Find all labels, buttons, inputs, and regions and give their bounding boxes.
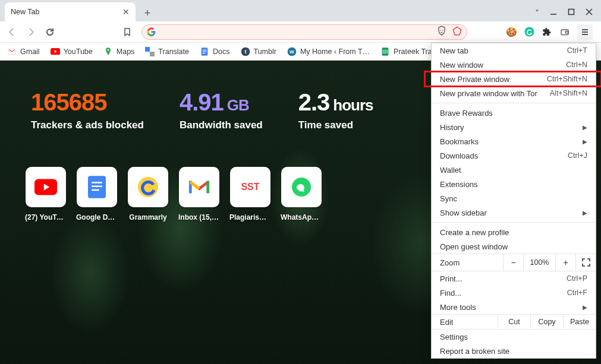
paste-button[interactable]: Paste [563, 315, 596, 329]
bookmark-tumblr[interactable]: tTumblr [241, 47, 276, 56]
close-tab-icon[interactable]: ✕ [122, 7, 130, 17]
tile-whatsapp[interactable]: WhatsApp … [281, 167, 322, 221]
bookmark-label: My Home ‹ From T… [300, 48, 370, 56]
tab-title: New Tab [11, 8, 39, 16]
menu-item[interactable]: Settings [432, 330, 596, 344]
svg-rect-36 [206, 181, 209, 194]
bookmark-wp[interactable]: WMy Home ‹ From T… [287, 47, 370, 56]
zoom-value: 100% [523, 254, 555, 271]
stat-label: Bandwidth saved [180, 119, 263, 131]
menu-shortcut: Ctrl+F [567, 289, 587, 297]
menu-item[interactable]: DownloadsCtrl+J [432, 148, 596, 163]
stat-unit: GB [227, 96, 249, 115]
stat-bandwidth: 4.91GB Bandwidth saved [180, 89, 263, 131]
menu-item-label: History [440, 123, 464, 132]
bookmark-maps[interactable]: Maps [103, 47, 135, 56]
submenu-arrow-icon: ▶ [583, 124, 587, 131]
extensions-puzzle-icon[interactable] [542, 27, 552, 37]
submenu-arrow-icon: ▶ [583, 210, 587, 216]
browser-tab[interactable]: New Tab ✕ [5, 2, 136, 21]
menu-item[interactable]: Report a broken site [432, 344, 596, 358]
tile-label: WhatsApp … [281, 213, 322, 221]
bookmark-label: Docs [213, 48, 229, 56]
edit-label: Edit [432, 318, 498, 327]
menu-item[interactable]: Brave Rewards [432, 106, 596, 120]
menu-item[interactable]: Find...Ctrl+F [432, 286, 596, 300]
zoom-label: Zoom [432, 258, 503, 267]
forward-button[interactable] [24, 25, 38, 39]
menu-item[interactable]: Show sidebar▶ [432, 205, 596, 220]
zoom-in-button[interactable]: + [555, 254, 575, 271]
menu-item-label: Print... [440, 274, 462, 283]
window-controls: ˅ [535, 8, 601, 21]
menu-item[interactable]: Sync [432, 191, 596, 205]
menu-item[interactable]: New windowCtrl+N [432, 58, 596, 72]
menu-item[interactable]: Wallet [432, 163, 596, 177]
menu-item[interactable]: New tabCtrl+T [432, 43, 596, 58]
menu-item[interactable]: History▶ [432, 120, 596, 134]
submenu-arrow-icon: ▶ [583, 138, 587, 145]
menu-item-label: New Private window [440, 75, 509, 84]
svg-rect-32 [92, 186, 102, 188]
svg-point-4 [440, 29, 441, 30]
menu-item-label: Create a new profile [440, 228, 509, 237]
stat-value: 2.3 [298, 89, 330, 116]
menu-shortcut: Ctrl+T [567, 46, 587, 55]
grammarly-ext-icon[interactable] [524, 27, 534, 37]
wallet-ext-icon[interactable] [559, 27, 570, 37]
chevron-down-icon[interactable]: ˅ [535, 8, 539, 18]
reload-button[interactable] [43, 25, 57, 39]
svg-rect-20 [203, 53, 206, 53]
menu-item-label: Report a broken site [440, 347, 509, 356]
address-input[interactable] [161, 27, 432, 36]
hamburger-menu-button[interactable] [577, 24, 593, 40]
tile-gmail[interactable]: Inbox (15,666) [178, 167, 220, 221]
submenu-arrow-icon: ▶ [583, 304, 587, 311]
menu-item-label: New window [440, 61, 483, 69]
tile-docs[interactable]: Google Docs [76, 167, 118, 221]
menu-edit-row: EditCutCopyPaste [432, 314, 596, 330]
cookie-ext-icon[interactable]: 🍪 [506, 27, 517, 37]
zoom-out-button[interactable]: − [503, 254, 523, 271]
menu-item[interactable]: New private window with TorAlt+Shift+N [432, 86, 596, 100]
brave-logo-icon[interactable] [452, 26, 462, 38]
tile-youtube[interactable]: (27) YouTube [25, 167, 67, 221]
menu-item[interactable]: Open guest window [432, 239, 596, 254]
bookmark-docs[interactable]: Docs [200, 47, 229, 56]
minimize-icon[interactable] [550, 8, 557, 18]
bookmark-label: Maps [117, 48, 135, 56]
menu-item[interactable]: New Private windowCtrl+Shift+N [432, 72, 596, 86]
menu-item[interactable]: Create a new profile [432, 225, 596, 239]
tile-label: (27) YouTube [25, 213, 67, 221]
cut-button[interactable]: Cut [498, 315, 530, 329]
bookmark-page-icon[interactable] [120, 25, 134, 39]
bookmark-translate[interactable]: Translate [145, 47, 189, 56]
fullscreen-icon[interactable] [575, 254, 596, 271]
copy-button[interactable]: Copy [530, 315, 563, 329]
menu-item-label: Sync [440, 194, 457, 203]
back-button[interactable] [5, 25, 19, 39]
bookmark-label: Translate [158, 48, 189, 56]
menu-item[interactable]: Extensions [432, 177, 596, 191]
new-tab-button[interactable]: + [139, 5, 156, 21]
menu-item[interactable]: Print...Ctrl+P [432, 271, 596, 286]
menu-shortcut: Ctrl+N [566, 61, 587, 69]
svg-rect-8 [565, 31, 568, 33]
menu-item[interactable]: Bookmarks▶ [432, 134, 596, 148]
maximize-icon[interactable] [568, 8, 575, 18]
menu-item[interactable]: More tools▶ [432, 300, 596, 314]
tile-sst[interactable]: SSTPlagiarism … [229, 167, 271, 221]
menu-shortcut: Ctrl+P [567, 274, 587, 283]
tile-grammarly[interactable]: Grammarly [127, 167, 169, 221]
brave-shield-icon[interactable] [437, 26, 446, 39]
menu-item-label: Show sidebar [440, 208, 487, 217]
bookmark-gmail[interactable]: Gmail [7, 47, 40, 56]
address-bar[interactable] [141, 24, 467, 40]
close-window-icon[interactable] [586, 8, 593, 18]
bookmark-youtube[interactable]: YouTube [51, 47, 93, 56]
menu-item-label: Wallet [440, 166, 461, 175]
svg-point-5 [442, 29, 443, 30]
svg-rect-19 [203, 51, 207, 52]
svg-text:W: W [290, 49, 294, 55]
title-bar: New Tab ✕ + ˅ [0, 0, 601, 21]
